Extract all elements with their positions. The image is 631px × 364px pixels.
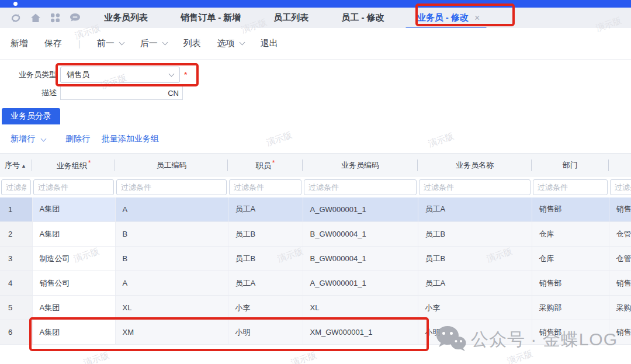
column-header[interactable]	[609, 154, 631, 177]
grid-cell[interactable]: A	[115, 197, 228, 222]
grid-cell[interactable]: 制造公司	[32, 247, 115, 271]
table-row[interactable]: 4销售公司A员工AA_GW000001_1员工A销售部销售	[0, 271, 631, 296]
tab-label: 销售订单 - 新增	[181, 12, 241, 23]
description-field[interactable]: CN	[60, 86, 183, 100]
grid-cell[interactable]: 采购部	[532, 296, 609, 320]
add-row-button[interactable]: 新增行	[11, 134, 35, 144]
grid-cell[interactable]: 4	[0, 271, 32, 296]
next-button[interactable]: 后一	[140, 38, 167, 49]
grid-cell[interactable]: B_GW000004_1	[303, 222, 418, 247]
grid-cell[interactable]: A_GW000001_1	[303, 197, 418, 222]
column-header[interactable]: 业务员名称	[418, 154, 532, 177]
column-header[interactable]: 部门	[532, 154, 609, 177]
chevron-down-icon	[162, 40, 168, 46]
grid-cell[interactable]: 1	[0, 197, 32, 222]
grid-cell[interactable]: 2	[0, 222, 32, 247]
grid-cell[interactable]: B	[115, 222, 228, 247]
grid-cell[interactable]: 3	[0, 247, 32, 271]
sync-icon[interactable]	[11, 13, 21, 23]
filter-input[interactable]	[304, 179, 417, 195]
grid-cell[interactable]: XM_GW000001_1	[303, 320, 418, 345]
close-icon[interactable]: ×	[474, 13, 480, 23]
column-header[interactable]: 职员*	[228, 154, 303, 177]
grid-cell[interactable]: 销售	[609, 197, 631, 222]
grid-cell[interactable]: 销售	[609, 271, 631, 296]
grid-cell[interactable]: 员工B	[418, 247, 532, 271]
column-header[interactable]: 业务组织*	[32, 154, 115, 177]
table-row[interactable]: 2A集团B员工BB_GW000004_1员工B仓库仓管	[0, 222, 631, 247]
filter-input[interactable]	[116, 179, 227, 195]
column-header[interactable]: 业务员编码	[303, 154, 418, 177]
grid-cell[interactable]: 6	[0, 320, 32, 345]
grid-cell[interactable]: 员工B	[418, 222, 532, 247]
grid-cell[interactable]: XM	[115, 320, 228, 345]
window-top-strip	[0, 0, 631, 8]
grid-cell[interactable]: A	[115, 271, 228, 296]
grid-cell[interactable]: XL	[115, 296, 228, 320]
previous-button[interactable]: 前一	[97, 38, 124, 49]
tab-salesperson-edit[interactable]: 业务员 - 修改 ×	[417, 12, 480, 23]
filter-input[interactable]	[1, 179, 31, 195]
table-row[interactable]: 3制造公司B员工BB_GW000004_1员工B仓库仓管	[0, 247, 631, 271]
grid-cell[interactable]: 仓库	[532, 247, 609, 271]
grid-cell[interactable]: A集团	[32, 197, 115, 222]
tab-salesperson-list[interactable]: 业务员列表	[104, 12, 148, 23]
grid-cell[interactable]: 员工B	[228, 222, 303, 247]
grid-cell[interactable]: 员工B	[228, 247, 303, 271]
apps-grid-icon[interactable]	[50, 13, 60, 23]
tab-employee-edit[interactable]: 员工 - 修改	[341, 12, 384, 23]
save-button[interactable]: 保存	[44, 38, 62, 49]
column-header[interactable]: 员工编码	[115, 154, 228, 177]
batch-add-group-button[interactable]: 批量添加业务组	[102, 134, 159, 144]
filter-input[interactable]	[229, 179, 301, 195]
grid-cell[interactable]: B	[115, 247, 228, 271]
filter-input[interactable]	[610, 179, 631, 195]
new-button[interactable]: 新增	[11, 38, 28, 49]
grid-cell[interactable]: B_GW000004_1	[303, 247, 418, 271]
tab-employee-list[interactable]: 员工列表	[273, 12, 308, 23]
sort-asc-icon[interactable]: ▲	[21, 163, 26, 169]
table-row[interactable]: 5A集团XL小李XL小李采购部采购	[0, 296, 631, 320]
grid-cell[interactable]: 仓库	[532, 222, 609, 247]
grid-cell[interactable]: A集团	[32, 222, 115, 247]
grid-cell[interactable]: 5	[0, 296, 32, 320]
tab-sales-order-new[interactable]: 销售订单 - 新增	[181, 12, 241, 23]
filter-input[interactable]	[419, 179, 531, 195]
delete-row-button[interactable]: 删除行	[65, 134, 90, 144]
options-button[interactable]: 选项	[217, 38, 244, 49]
grid-cell[interactable]: 员工A	[418, 197, 532, 222]
column-header[interactable]: 序号▲	[0, 154, 32, 177]
grid-cell[interactable]: 仓管	[609, 222, 631, 247]
table-row[interactable]: 6A集团XM小明XM_GW000001_1小明销售部销售	[0, 320, 631, 345]
grid-cell[interactable]: 员工A	[228, 197, 303, 222]
grid-cell[interactable]: 销售部	[532, 271, 609, 296]
grid-cell[interactable]: XL	[303, 296, 418, 320]
home-icon[interactable]	[30, 13, 41, 23]
grid-cell[interactable]: A集团	[32, 320, 115, 345]
table-row[interactable]: 1A集团A员工AA_GW000001_1员工A销售部销售	[0, 197, 631, 222]
grid-cell[interactable]: 销售部	[532, 320, 609, 345]
grid-cell[interactable]: 销售部	[532, 197, 609, 222]
list-button[interactable]: 列表	[183, 38, 201, 49]
grid-cell[interactable]: 仓管	[609, 247, 631, 271]
description-row: 描述 CN	[0, 86, 183, 100]
toolbar: 新增 保存 | 前一 后一 列表 选项 退出	[0, 28, 631, 60]
exit-button[interactable]: 退出	[261, 38, 278, 49]
filter-input[interactable]	[33, 179, 114, 195]
tab-salesperson-entries[interactable]: 业务员分录	[2, 108, 60, 124]
grid-cell[interactable]: 员工A	[228, 271, 303, 296]
chevron-down-icon[interactable]	[41, 136, 47, 142]
filter-input[interactable]	[533, 179, 608, 195]
grid-cell[interactable]: A_GW000001_1	[303, 271, 418, 296]
grid-cell[interactable]: 销售公司	[32, 271, 115, 296]
grid-cell[interactable]: A集团	[32, 296, 115, 320]
grid-cell[interactable]: 小李	[418, 296, 532, 320]
grid-cell[interactable]: 员工A	[418, 271, 532, 296]
grid-cell[interactable]: 小李	[228, 296, 303, 320]
grid-cell[interactable]: 销售	[609, 320, 631, 345]
message-icon[interactable]	[70, 13, 81, 23]
grid-cell[interactable]: 采购	[609, 296, 631, 320]
grid-cell[interactable]: 小明	[228, 320, 303, 345]
grid-cell[interactable]: 小明	[418, 320, 532, 345]
salesperson-type-select[interactable]: 销售员	[60, 67, 180, 83]
